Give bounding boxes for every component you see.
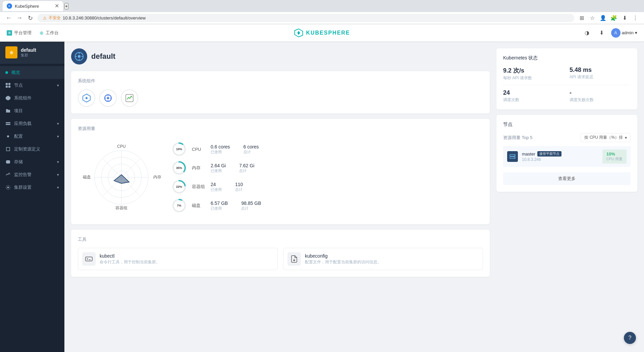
user-avatar: A <box>611 28 621 38</box>
menu-button[interactable]: ⋮ <box>631 13 640 23</box>
schedule-count-val: 24 <box>503 89 564 96</box>
forward-button[interactable]: → <box>15 13 24 23</box>
component-metrics[interactable] <box>121 89 138 107</box>
node-row-master[interactable]: master 接管平面节点 10.8.3.246 10% CPU 用量 <box>503 146 631 167</box>
svg-text:容器组: 容器组 <box>115 206 127 210</box>
pods-total: 110 总计 <box>235 182 243 192</box>
download-button[interactable]: ⬇ <box>620 13 629 23</box>
svg-rect-6 <box>6 124 10 125</box>
download-icon-button[interactable]: ⬇ <box>596 28 607 38</box>
memory-used-lbl: 已使用 <box>211 168 226 173</box>
view-more-button[interactable]: 查看更多 <box>503 172 631 185</box>
disk-total-lbl: 总计 <box>241 206 261 211</box>
header-logo: KUBESPHERE <box>294 28 350 38</box>
node-server-icon <box>507 151 518 162</box>
k8s-divider <box>503 85 631 85</box>
tool-kubectl[interactable]: kubectl 命令行工具，用于控制当前集群。 <box>78 248 278 270</box>
header-left: ⊕ 平台管理 ⊕ 工作台 <box>7 30 59 36</box>
tab-close-button[interactable]: ✕ <box>55 3 59 9</box>
sidebar-item-system-components[interactable]: 系统组件 <box>0 92 64 104</box>
tools-title: 工具 <box>78 236 483 243</box>
sidebar-item-custom-resources[interactable]: 定制资源定义 <box>0 143 64 156</box>
config-icon <box>5 134 11 139</box>
sidebar-item-nodes[interactable]: 节点 ▾ <box>0 79 64 92</box>
schedule-count-stat: 24 调度次数 <box>503 89 564 103</box>
sidebar-item-storage[interactable]: 存储 ▾ <box>0 156 64 168</box>
nodes-icon <box>5 83 11 88</box>
browser-tab-bar: K KubeSphere ✕ + <box>0 0 644 12</box>
sidebar-item-config[interactable]: 配置 ▾ <box>0 130 64 143</box>
ssl-warning-icon: ⚠ <box>43 16 47 20</box>
pods-used: 24 已使用 <box>211 182 222 192</box>
new-tab-button[interactable]: + <box>64 3 68 9</box>
browser-window: K KubeSphere ✕ + ← → ↻ ⚠ 不安全 10.8.3.246:… <box>0 0 644 352</box>
svg-rect-2 <box>8 83 10 85</box>
sidebar-item-system-label: 系统组件 <box>14 95 32 101</box>
pods-used-val: 24 <box>211 182 222 187</box>
sidebar-item-cluster-settings-label: 集群设置 <box>14 184 32 190</box>
memory-label: 内存 <box>192 165 205 171</box>
header-right: ◑ ⬇ A admin ▾ <box>582 28 637 38</box>
disk-percent: 7% <box>177 204 181 207</box>
workbench-link[interactable]: ⊕ 工作台 <box>40 30 59 36</box>
bookmark-button[interactable]: ☆ <box>588 13 597 23</box>
tool-kubeconfig[interactable]: kubeconfig 配置文件，用于配置当前集群的访问信息。 <box>283 248 483 270</box>
projects-icon <box>5 108 11 114</box>
sort-select[interactable]: 按 CPU 用量（%）排 ▾ <box>581 133 631 142</box>
k8s-status-title: Kubernetes 状态 <box>503 55 631 61</box>
node-info-master: master 接管平面节点 10.8.3.246 <box>522 151 561 162</box>
right-panel: Kubernetes 状态 9.2 次/s 每秒 API 请求数 5.48 ms… <box>496 48 637 345</box>
kubectl-name: kubectl <box>100 253 160 259</box>
back-button[interactable]: ← <box>4 13 13 23</box>
extensions-button[interactable]: 🧩 <box>609 13 619 23</box>
sidebar-nav: 概览 节点 ▾ 系统组件 项目 <box>0 63 64 196</box>
cpu-label: CPU <box>192 147 205 152</box>
system-components-section: 系统组件 <box>71 71 490 114</box>
cluster-sub: 集群 <box>21 53 36 58</box>
main-layout: ⎈ default 集群 概览 节点 ▾ <box>0 42 644 352</box>
kubernetes-status-section: Kubernetes 状态 9.2 次/s 每秒 API 请求数 5.48 ms… <box>496 48 637 109</box>
svg-text:磁盘: 磁盘 <box>83 175 91 179</box>
sidebar-item-monitoring[interactable]: 监控告警 ▾ <box>0 168 64 181</box>
browser-tab-kubesphere[interactable]: K KubeSphere ✕ <box>3 1 63 11</box>
overview-dot-icon <box>5 71 8 74</box>
resource-stats: 10% CPU 0.6 cores 已使用 <box>172 142 483 213</box>
tab-favicon: K <box>7 3 12 9</box>
kubectl-icon <box>82 252 96 266</box>
logo-text: KUBESPHERE <box>306 30 350 36</box>
component-ks[interactable] <box>78 89 95 107</box>
k8s-stats-grid-2: 24 调度次数 - 调度失败次数 <box>503 89 631 103</box>
resource-section: CPU 内存 容器组 磁盘 <box>78 137 483 218</box>
kubeconfig-name: kubeconfig <box>305 253 381 259</box>
refresh-button[interactable]: ↻ <box>25 13 35 23</box>
disk-total: 98.85 GB 总计 <box>241 201 261 211</box>
sidebar-item-projects[interactable]: 项目 <box>0 104 64 117</box>
app-wrapper: ⊕ 平台管理 ⊕ 工作台 KUBESPHERE ◑ ⬇ A <box>0 24 644 352</box>
profile-button[interactable]: 👤 <box>598 13 608 23</box>
sidebar-item-overview[interactable]: 概览 <box>0 66 64 79</box>
cpu-used-val: 0.6 cores <box>211 144 230 149</box>
cpu-percent: 10% <box>176 147 182 151</box>
url-bar[interactable]: ⚠ 不安全 10.8.3.246:30880/clusters/default/… <box>38 14 574 22</box>
translate-button[interactable]: ⊞ <box>577 13 586 23</box>
user-menu[interactable]: A admin ▾ <box>611 28 637 38</box>
memory-total: 7.62 Gi 总计 <box>239 163 254 173</box>
tools-grid: kubectl 命令行工具，用于控制当前集群。 <box>78 248 483 270</box>
float-help-button[interactable]: ? <box>624 332 636 344</box>
platform-management-link[interactable]: ⊕ 平台管理 <box>7 30 32 36</box>
pods-total-lbl: 总计 <box>235 187 243 192</box>
svg-marker-24 <box>114 175 129 183</box>
api-request-rate-lbl: 每秒 API 请求数 <box>503 75 564 81</box>
disk-used-val: 6.57 GB <box>211 201 228 206</box>
node-ip: 10.8.3.246 <box>522 157 561 162</box>
schedule-fail-val: - <box>570 89 631 96</box>
component-k8s[interactable] <box>99 89 117 107</box>
kubectl-info: kubectl 命令行工具，用于控制当前集群。 <box>100 253 160 265</box>
node-cpu-lbl: CPU 用量 <box>606 157 623 162</box>
system-components-icon <box>5 95 11 101</box>
theme-toggle-button[interactable]: ◑ <box>582 28 592 38</box>
monitoring-arrow-icon: ▾ <box>57 173 59 177</box>
app-workloads-icon <box>5 121 11 126</box>
sidebar-item-cluster-settings[interactable]: 集群设置 ▾ <box>0 181 64 194</box>
sidebar-item-app-workloads[interactable]: 应用负载 ▾ <box>0 117 64 130</box>
